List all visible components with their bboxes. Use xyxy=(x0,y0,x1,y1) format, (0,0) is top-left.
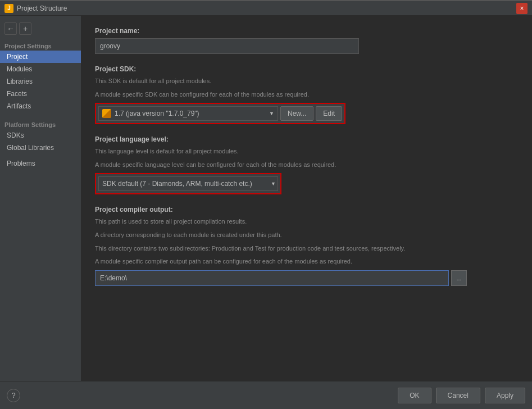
project-lang-section: Project language level: This language le… xyxy=(95,135,519,194)
help-button[interactable]: ? xyxy=(7,389,20,402)
sidebar-item-problems[interactable]: Problems xyxy=(0,157,81,170)
sidebar-item-artifacts[interactable]: Artifacts xyxy=(0,100,81,112)
project-settings-label: Project Settings xyxy=(0,39,81,51)
sdk-row: 1.7 (java version "1.7.0_79") ▼ New... E… xyxy=(95,103,345,124)
browse-button[interactable]: ... xyxy=(451,270,467,286)
sidebar: ← + Project Settings Project Modules Lib… xyxy=(0,16,81,381)
project-sdk-label: Project SDK: xyxy=(95,65,519,73)
app-icon: J xyxy=(4,4,13,13)
platform-settings-label: Platform Settings xyxy=(0,118,81,129)
apply-button[interactable]: Apply xyxy=(485,388,525,403)
project-name-section: Project name: xyxy=(95,27,519,54)
sidebar-back-button[interactable]: ← xyxy=(4,22,17,35)
sidebar-item-modules[interactable]: Modules xyxy=(0,63,81,75)
bottom-right: OK Cancel Apply xyxy=(398,388,525,403)
lang-select-wrapper: SDK default (7 - Diamonds, ARM, multi-ca… xyxy=(98,176,278,191)
project-lang-label: Project language level: xyxy=(95,135,519,143)
content-area: Project name: Project SDK: This SDK is d… xyxy=(81,16,532,381)
sidebar-item-global-libraries[interactable]: Global Libraries xyxy=(0,142,81,154)
bottom-left: ? xyxy=(7,389,20,402)
sdk-edit-button[interactable]: Edit xyxy=(316,106,342,121)
sdk-select-box[interactable]: 1.7 (java version "1.7.0_79") ▼ xyxy=(98,106,278,121)
compiler-output-section: Project compiler output: This path is us… xyxy=(95,206,519,285)
sdk-desc1: This SDK is default for all project modu… xyxy=(95,76,519,87)
lang-row: SDK default (7 - Diamonds, ARM, multi-ca… xyxy=(95,173,281,194)
sdk-value-text: 1.7 (java version "1.7.0_79") xyxy=(115,110,266,117)
compiler-output-input[interactable] xyxy=(95,270,449,286)
main-container: ← + Project Settings Project Modules Lib… xyxy=(0,16,532,381)
bottom-bar: ? OK Cancel Apply xyxy=(0,381,532,409)
project-name-label: Project name: xyxy=(95,27,519,35)
project-name-input[interactable] xyxy=(95,38,359,54)
cancel-button[interactable]: Cancel xyxy=(436,388,480,403)
sidebar-add-button[interactable]: + xyxy=(19,22,31,35)
sidebar-item-project[interactable]: Project xyxy=(0,51,81,63)
lang-desc2: A module specific language level can be … xyxy=(95,160,519,170)
compiler-desc3: This directory contains two subdirectori… xyxy=(95,244,519,254)
lang-select[interactable]: SDK default (7 - Diamonds, ARM, multi-ca… xyxy=(98,176,278,191)
sdk-dropdown-arrow: ▼ xyxy=(269,111,274,116)
output-row: ... xyxy=(95,270,519,286)
sdk-icon xyxy=(102,109,111,118)
title-bar: J Project Structure × xyxy=(0,0,532,16)
lang-desc1: This language level is default for all p… xyxy=(95,147,519,157)
sidebar-toolbar: ← + xyxy=(0,20,81,39)
sidebar-item-facets[interactable]: Facets xyxy=(0,88,81,100)
compiler-desc1: This path is used to store all project c… xyxy=(95,217,519,227)
ok-button[interactable]: OK xyxy=(398,388,431,403)
compiler-desc4: A module specific compiler output path c… xyxy=(95,257,519,267)
sdk-desc2: A module specific SDK can be configured … xyxy=(95,90,519,100)
compiler-output-label: Project compiler output: xyxy=(95,206,519,213)
project-sdk-section: Project SDK: This SDK is default for all… xyxy=(95,65,519,124)
sidebar-item-libraries[interactable]: Libraries xyxy=(0,75,81,88)
compiler-desc2: A directory corresponding to each module… xyxy=(95,230,519,240)
sidebar-item-sdks[interactable]: SDKs xyxy=(0,129,81,142)
sdk-new-button[interactable]: New... xyxy=(280,106,313,121)
close-button[interactable]: × xyxy=(516,3,528,14)
title-bar-text: Project Structure xyxy=(17,4,67,12)
